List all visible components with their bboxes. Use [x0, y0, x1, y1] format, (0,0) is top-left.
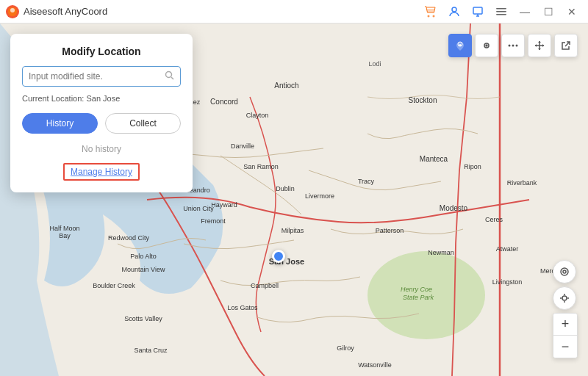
- search-box[interactable]: [22, 66, 181, 87]
- close-button[interactable]: ✕: [562, 3, 582, 21]
- panel-title: Modify Location: [22, 46, 181, 57]
- svg-text:Los Gatos: Los Gatos: [227, 304, 258, 311]
- svg-point-62: [561, 268, 568, 275]
- waypoints-button[interactable]: [501, 34, 525, 57]
- svg-text:Modesto: Modesto: [440, 204, 468, 212]
- map-controls-top-right: [448, 34, 578, 57]
- svg-text:Boulder Creek: Boulder Creek: [93, 282, 135, 289]
- svg-text:Livingston: Livingston: [492, 278, 523, 286]
- svg-point-63: [563, 270, 566, 273]
- svg-text:Redwood City: Redwood City: [108, 234, 150, 242]
- my-location-button[interactable]: [553, 286, 576, 310]
- svg-point-59: [509, 45, 511, 47]
- tab-buttons: History Collect: [22, 113, 181, 134]
- svg-text:Hayward: Hayward: [211, 201, 237, 209]
- svg-text:Newman: Newman: [428, 249, 454, 256]
- svg-text:State Park: State Park: [403, 294, 434, 301]
- zoom-out-button[interactable]: −: [553, 336, 577, 358]
- location-pin-button[interactable]: [448, 34, 472, 57]
- geofence-button[interactable]: [553, 260, 576, 283]
- search-input[interactable]: [29, 71, 165, 82]
- svg-text:Antioch: Antioch: [274, 82, 298, 90]
- svg-text:Gilroy: Gilroy: [337, 344, 354, 352]
- svg-point-2: [452, 7, 456, 12]
- svg-text:Concord: Concord: [210, 98, 238, 106]
- zoom-controls: + −: [553, 313, 578, 358]
- location-marker: [272, 250, 285, 263]
- svg-text:Milpitas: Milpitas: [282, 227, 304, 234]
- svg-text:Mountain View: Mountain View: [122, 266, 165, 273]
- svg-text:Patterson: Patterson: [376, 227, 404, 234]
- svg-text:Bay: Bay: [59, 232, 71, 239]
- svg-text:Ceres: Ceres: [485, 216, 503, 223]
- svg-text:Danville: Danville: [231, 142, 254, 150]
- svg-text:Watsonville: Watsonville: [358, 361, 392, 369]
- svg-text:Scotts Valley: Scotts Valley: [124, 315, 162, 322]
- svg-point-53: [166, 72, 172, 78]
- svg-text:Tracy: Tracy: [358, 178, 375, 185]
- svg-rect-4: [496, 8, 506, 10]
- current-location-label: Current Location: San Jose: [22, 94, 181, 103]
- titlebar-icons: — ☐ ✕: [420, 3, 582, 21]
- svg-text:Santa Cruz: Santa Cruz: [134, 347, 168, 354]
- svg-rect-5: [496, 11, 506, 12]
- svg-point-60: [512, 45, 514, 47]
- app-logo: [6, 5, 19, 18]
- monitor-icon[interactable]: [467, 3, 488, 21]
- zoom-in-button[interactable]: +: [553, 314, 577, 336]
- svg-text:Manteca: Manteca: [420, 155, 448, 163]
- svg-text:Livermore: Livermore: [305, 192, 334, 200]
- map-area[interactable]: Henry Coe State Park Antioch Concord Cla…: [0, 24, 588, 376]
- shop-icon[interactable]: [420, 3, 441, 21]
- svg-line-54: [171, 77, 173, 79]
- svg-rect-3: [473, 7, 482, 14]
- svg-text:Fremont: Fremont: [201, 217, 226, 225]
- route-button[interactable]: [475, 34, 498, 57]
- search-icon: [165, 70, 174, 82]
- history-tab[interactable]: History: [22, 113, 98, 134]
- svg-text:Stockton: Stockton: [409, 96, 437, 104]
- svg-text:Palo Alto: Palo Alto: [130, 253, 157, 260]
- svg-text:Lodi: Lodi: [368, 60, 381, 68]
- manage-history-button[interactable]: Manage History: [63, 163, 140, 181]
- svg-text:Henry Coe: Henry Coe: [401, 286, 432, 293]
- svg-text:Riverbank: Riverbank: [507, 179, 537, 187]
- export-button[interactable]: [554, 34, 578, 57]
- svg-rect-6: [496, 14, 506, 15]
- collect-tab[interactable]: Collect: [105, 113, 181, 134]
- svg-text:San Ramon: San Ramon: [243, 163, 279, 170]
- svg-text:Clayton: Clayton: [246, 112, 269, 119]
- svg-point-61: [516, 45, 518, 47]
- menu-icon[interactable]: [491, 3, 512, 21]
- map-controls-bottom-right: + −: [553, 260, 578, 358]
- svg-text:Dublin: Dublin: [276, 185, 295, 192]
- svg-text:Campbell: Campbell: [251, 282, 279, 289]
- manage-history-wrapper: Manage History: [22, 163, 181, 181]
- svg-text:Ripon: Ripon: [464, 163, 481, 170]
- svg-point-1: [10, 8, 15, 12]
- maximize-button[interactable]: ☐: [538, 3, 559, 21]
- svg-point-56: [459, 44, 462, 46]
- svg-point-64: [562, 296, 567, 300]
- svg-text:Union City: Union City: [183, 205, 214, 212]
- user-icon[interactable]: [444, 3, 465, 21]
- minimize-button[interactable]: —: [514, 3, 535, 21]
- titlebar: Aiseesoft AnyCoord — ☐ ✕: [0, 0, 588, 24]
- modify-location-panel: Modify Location Current Location: San Jo…: [10, 34, 193, 192]
- svg-text:Atwater: Atwater: [496, 245, 519, 253]
- svg-text:Half Moon: Half Moon: [49, 225, 79, 232]
- move-button[interactable]: [528, 34, 551, 57]
- no-history-text: No history: [22, 144, 181, 154]
- app-title: Aiseesoft AnyCoord: [24, 6, 420, 17]
- svg-point-58: [486, 45, 487, 46]
